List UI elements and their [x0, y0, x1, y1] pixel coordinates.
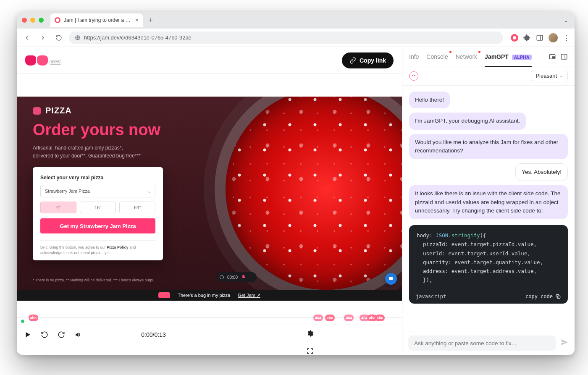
card-title: Select your very real pizza	[40, 175, 155, 181]
badge-dot-icon	[449, 51, 452, 53]
zoom-window-button[interactable]	[39, 18, 44, 23]
nav-back-button[interactable]	[21, 32, 33, 44]
tab-jamgpt[interactable]: JamGPT ALPHA	[485, 52, 532, 62]
chevron-down-icon: ⌄	[559, 73, 563, 79]
assistant-message: Would you like me to analyze this Jam fo…	[409, 134, 568, 160]
site-info-icon	[75, 35, 81, 41]
browser-menu-button[interactable]: ⋮	[563, 34, 570, 42]
svg-rect-1	[537, 35, 543, 40]
chevron-down-icon: ⌄	[147, 189, 151, 194]
alpha-badge: ALPHA	[512, 55, 532, 60]
pip-icon[interactable]	[549, 53, 556, 60]
jam-header: BETA Copy link	[17, 47, 402, 74]
assistant-message: I'm JamGPT, your debugging AI assistant.	[409, 113, 526, 129]
chat-messages: Hello there! I'm JamGPT, your debugging …	[402, 86, 575, 331]
order-card: Select your very real pizza Strawberry J…	[33, 167, 163, 260]
tab-title: Jam | I am trying to order a piz…	[64, 17, 132, 23]
size-option-1[interactable]: 16"	[80, 202, 116, 213]
panel-tabs: Info Console Network JamGPT ALPHA	[402, 47, 575, 66]
new-tab-button[interactable]: +	[146, 16, 155, 25]
nav-forward-button[interactable]	[37, 32, 49, 44]
minimize-window-button[interactable]	[30, 18, 35, 23]
settings-button[interactable]	[305, 328, 315, 338]
jam-mini-logo-icon	[158, 292, 170, 298]
headline: Order yours now	[33, 121, 226, 139]
fullscreen-button[interactable]	[305, 346, 315, 355]
timeline-marker[interactable]: 404	[313, 315, 323, 321]
intercom-fab[interactable]	[385, 273, 397, 285]
size-option-2[interactable]: 64"	[119, 202, 155, 213]
copy-link-button[interactable]: Copy link	[342, 52, 394, 68]
time-display: 0:00/0:13	[90, 331, 217, 338]
recording-viewport: PIZZA Order yours now Artisanal, hand-cr…	[17, 97, 402, 301]
tab-console[interactable]: Console	[426, 52, 448, 62]
play-button[interactable]	[23, 330, 33, 340]
hud-timer: 00:00	[227, 275, 238, 280]
side-panel: Info Console Network JamGPT ALPHA Pleasa…	[402, 47, 575, 355]
tabs-overflow-button[interactable]: ⌄	[564, 17, 569, 24]
collapse-panel-icon[interactable]	[560, 53, 568, 60]
site-brand: PIZZA	[45, 106, 72, 115]
sidepanel-toggle-icon[interactable]	[536, 34, 543, 42]
browser-toolbar-icons: ⋮	[511, 33, 570, 42]
hero-copy: PIZZA Order yours now Artisanal, hand-cr…	[33, 106, 226, 160]
promo-banner: There's a bug in my pizza Get Jam ↗	[17, 290, 402, 301]
playhead-start	[21, 320, 24, 323]
badge-dot-icon	[478, 51, 480, 53]
tone-select[interactable]: Pleasant ⌄	[531, 70, 568, 82]
order-button[interactable]: Get my Strawberry Jam Pizza	[40, 218, 155, 233]
svg-rect-8	[561, 54, 567, 59]
pizza-select[interactable]: Strawberry Jam Pizza ⌄	[40, 185, 155, 197]
browser-tab[interactable]: Jam | I am trying to order a piz… ×	[50, 13, 143, 27]
titlebar: Jam | I am trying to order a piz… × + ⌄	[17, 12, 575, 29]
assistant-message: Hello there!	[409, 92, 450, 108]
timeline-marker[interactable]: 404	[344, 315, 354, 321]
close-tab-button[interactable]: ×	[135, 17, 139, 24]
tab-network[interactable]: Network	[456, 52, 477, 62]
volume-button[interactable]	[73, 330, 83, 340]
close-window-button[interactable]	[22, 18, 27, 23]
jam-player-pane: BETA Copy link PIZZA O	[17, 47, 402, 355]
timeline-marker[interactable]: abc	[375, 315, 385, 321]
record-indicator-icon	[220, 275, 224, 279]
send-button[interactable]	[560, 338, 569, 348]
copy-icon	[555, 294, 561, 299]
chat-header: Pleasant ⌄	[402, 66, 575, 86]
rewind-button[interactable]	[39, 330, 50, 340]
code-content[interactable]: body: JSON.stringify({ pizzaId: event.ta…	[409, 225, 568, 289]
timeline-marker[interactable]: abc	[325, 315, 335, 321]
url-field[interactable]: https://jam.dev/c/d6343e1e-0765-47b0-92a…	[69, 31, 503, 44]
jam-logo[interactable]: BETA	[25, 55, 61, 66]
copy-code-button[interactable]: copy code	[525, 294, 561, 299]
legal-text: By clicking the button, you agree to our…	[40, 240, 155, 255]
beta-badge: BETA	[50, 60, 61, 65]
svg-rect-7	[552, 57, 554, 58]
reload-button[interactable]	[53, 32, 65, 44]
window-controls	[22, 18, 44, 23]
link-icon	[349, 57, 356, 64]
address-bar: https://jam.dev/c/d6343e1e-0765-47b0-92a…	[17, 29, 575, 47]
extensions-icon[interactable]	[523, 34, 531, 42]
profile-avatar[interactable]	[549, 33, 558, 42]
copy-link-label: Copy link	[360, 57, 386, 64]
banner-cta-link[interactable]: Get Jam ↗	[238, 293, 260, 298]
timeline[interactable]: abc 404 abc 404 404 abc abc	[17, 301, 402, 325]
site-logo-icon	[33, 107, 41, 115]
user-message: Yes. Absolutely!	[515, 163, 568, 181]
url-text: https://jam.dev/c/d6343e1e-0765-47b0-92a…	[84, 34, 192, 41]
jam-extension-icon[interactable]	[511, 34, 518, 42]
pizza-select-value: Strawberry Jam Pizza	[45, 189, 90, 194]
jam-favicon-icon	[55, 17, 60, 23]
svg-marker-5	[26, 332, 31, 337]
chat-composer	[402, 331, 575, 355]
timeline-marker[interactable]: abc	[29, 315, 39, 321]
footnote: * There is no pizza. ** Nothing will be …	[33, 278, 154, 282]
chat-input[interactable]	[408, 336, 556, 351]
tab-info[interactable]: Info	[409, 52, 419, 62]
player-controls: 0:00/0:13 1x	[17, 325, 402, 344]
browser-window: Jam | I am trying to order a piz… × + ⌄ …	[17, 12, 575, 355]
assistant-message: It looks like there is an issue with the…	[409, 185, 568, 219]
recorder-hud: 00:00	[216, 272, 257, 282]
forward-button[interactable]	[56, 330, 66, 340]
size-option-0[interactable]: 4"	[40, 202, 76, 213]
